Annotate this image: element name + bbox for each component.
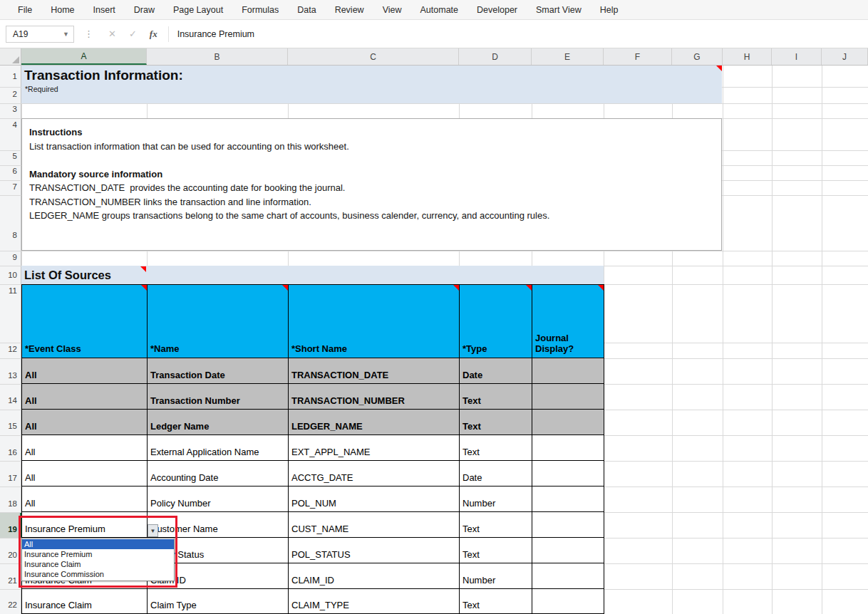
column-header-b[interactable]: B: [147, 48, 288, 65]
row-number[interactable]: 9: [0, 253, 17, 261]
list-of-sources-header[interactable]: List Of Sources: [21, 266, 604, 284]
column-header-j[interactable]: J: [822, 48, 868, 65]
row-number[interactable]: 17: [0, 474, 17, 482]
table-cell[interactable]: [532, 486, 604, 512]
table-cell[interactable]: Text: [460, 435, 532, 461]
table-cell[interactable]: CLAIM_TYPE: [289, 589, 460, 614]
menu-item-formulas[interactable]: Formulas: [232, 5, 288, 15]
table-cell[interactable]: Date: [460, 358, 532, 384]
table-cell[interactable]: Transaction Date: [148, 358, 289, 384]
select-all-corner[interactable]: [0, 48, 21, 65]
row-number[interactable]: 8: [0, 231, 17, 239]
column-header-c[interactable]: C: [288, 48, 459, 65]
table-cell[interactable]: [532, 461, 604, 486]
column-header-e[interactable]: E: [532, 48, 604, 65]
column-header-i[interactable]: I: [772, 48, 822, 65]
table-cell[interactable]: LEDGER_NAME: [289, 410, 460, 435]
header-cell-short-name[interactable]: *Short Name: [289, 285, 460, 358]
column-header-h[interactable]: H: [723, 48, 772, 65]
table-cell[interactable]: [532, 358, 604, 384]
chevron-down-icon[interactable]: ▼: [63, 31, 69, 38]
cancel-icon[interactable]: ✕: [108, 28, 116, 39]
row-number-selected[interactable]: 19: [0, 525, 17, 534]
table-cell[interactable]: Text: [460, 538, 532, 563]
table-cell[interactable]: [532, 512, 604, 538]
formula-input[interactable]: Insurance Premium: [177, 29, 254, 39]
table-cell[interactable]: Policy Number: [148, 486, 289, 512]
row-number[interactable]: 14: [0, 396, 17, 405]
column-header-f[interactable]: F: [604, 48, 672, 65]
row-number[interactable]: 11: [0, 286, 17, 295]
table-cell[interactable]: POL_STATUS: [289, 538, 460, 563]
table-cell[interactable]: Date: [460, 461, 532, 486]
table-cell[interactable]: TRANSACTION_DATE: [289, 358, 460, 384]
table-cell[interactable]: EXT_APPL_NAME: [289, 435, 460, 461]
menu-item-page-layout[interactable]: Page Layout: [164, 5, 232, 15]
table-cell[interactable]: All: [22, 384, 148, 410]
column-header-a[interactable]: A: [21, 48, 147, 65]
table-cell[interactable]: Ledger Name: [148, 410, 289, 435]
table-cell[interactable]: External Application Name: [148, 435, 289, 461]
insert-function-icon[interactable]: fx: [150, 28, 157, 40]
table-cell[interactable]: All: [22, 461, 148, 486]
row-number[interactable]: 21: [0, 576, 17, 585]
table-cell[interactable]: Transaction Number: [148, 384, 289, 410]
menu-item-help[interactable]: Help: [591, 5, 628, 15]
enter-icon[interactable]: ✓: [129, 28, 137, 39]
header-cell-name[interactable]: *Name: [148, 285, 289, 358]
column-header-d[interactable]: D: [459, 48, 532, 65]
table-cell[interactable]: Text: [460, 384, 532, 410]
row-number[interactable]: 7: [0, 182, 17, 191]
table-cell[interactable]: All: [22, 486, 148, 512]
row-number[interactable]: 10: [0, 271, 17, 279]
menu-item-draw[interactable]: Draw: [125, 5, 164, 15]
name-box[interactable]: A19 ▼: [6, 26, 74, 43]
table-cell[interactable]: Insurance Claim: [22, 589, 148, 614]
table-cell[interactable]: CLAIM_ID: [289, 563, 460, 589]
header-cell-event-class[interactable]: *Event Class: [22, 285, 148, 358]
row-number[interactable]: 6: [0, 167, 17, 175]
menu-item-view[interactable]: View: [373, 5, 411, 15]
table-cell[interactable]: CUST_NAME: [289, 512, 460, 538]
header-cell-journal-display[interactable]: Journal Display?: [532, 285, 604, 358]
row-number[interactable]: 4: [0, 120, 17, 129]
table-cell[interactable]: Text: [460, 512, 532, 538]
table-cell[interactable]: [532, 589, 604, 614]
table-cell[interactable]: Claim Type: [148, 589, 289, 614]
row-number[interactable]: 3: [0, 105, 17, 113]
row-number[interactable]: 18: [0, 499, 17, 508]
table-cell[interactable]: Text: [460, 589, 532, 614]
instructions-box[interactable]: Instructions List transaction informatio…: [21, 118, 722, 251]
table-cell[interactable]: All: [22, 410, 148, 435]
title-block[interactable]: Transaction Information: *Required: [21, 66, 722, 103]
row-number[interactable]: 2: [0, 90, 17, 98]
table-cell[interactable]: ACCTG_DATE: [289, 461, 460, 486]
menu-item-insert[interactable]: Insert: [84, 5, 125, 15]
table-cell[interactable]: Text: [460, 410, 532, 435]
menu-item-home[interactable]: Home: [41, 5, 83, 15]
row-number[interactable]: 12: [0, 345, 17, 353]
row-number[interactable]: 15: [0, 422, 17, 430]
menu-item-automate[interactable]: Automate: [411, 5, 468, 15]
menu-item-file[interactable]: File: [9, 5, 41, 15]
menu-item-data[interactable]: Data: [288, 5, 325, 15]
row-number[interactable]: 13: [0, 371, 17, 380]
table-cell[interactable]: POL_NUM: [289, 486, 460, 512]
table-cell[interactable]: [532, 563, 604, 589]
row-number[interactable]: 5: [0, 152, 17, 160]
row-number[interactable]: 22: [0, 600, 17, 609]
row-number[interactable]: 20: [0, 551, 17, 559]
table-cell[interactable]: TRANSACTION_NUMBER: [289, 384, 460, 410]
table-cell[interactable]: Number: [460, 486, 532, 512]
table-cell[interactable]: [532, 538, 604, 563]
table-cell[interactable]: All: [22, 435, 148, 461]
menu-item-developer[interactable]: Developer: [467, 5, 527, 15]
table-cell[interactable]: Accounting Date: [148, 461, 289, 486]
table-cell[interactable]: [532, 435, 604, 461]
column-header-g[interactable]: G: [672, 48, 723, 65]
header-cell-type[interactable]: *Type: [460, 285, 532, 358]
table-cell[interactable]: [532, 410, 604, 435]
menu-item-smart-view[interactable]: Smart View: [527, 5, 591, 15]
row-number[interactable]: 16: [0, 448, 17, 457]
table-cell[interactable]: All: [22, 358, 148, 384]
